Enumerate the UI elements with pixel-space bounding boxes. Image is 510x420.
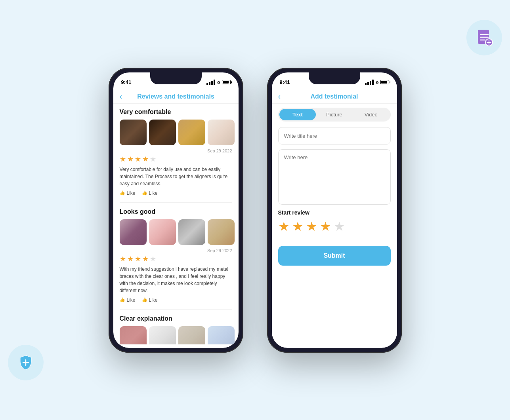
star-1-2: ★ (127, 155, 134, 163)
phone-add-testimonial: 9:41 ⌾ ‹ Add testimonial (267, 68, 402, 353)
thumbs-up-icon-2: 👍 (120, 297, 125, 302)
star-1-5: ★ (150, 155, 156, 163)
body-field-container (278, 149, 391, 205)
dislike-label-2: Like (149, 297, 158, 303)
phone1-inner: 9:41 ⌾ ‹ Reviews and test (113, 72, 239, 348)
star-2-3: ★ (135, 255, 141, 263)
divider-1 (120, 202, 232, 203)
bar2-p2 (367, 82, 369, 85)
review-item-2: Looks good Sep 29 2022 ★ ★ ★ ★ ★ (120, 208, 232, 303)
title-field-container (278, 127, 391, 144)
bar1-p2 (365, 83, 367, 85)
review-date-1: Sep 29 2022 (120, 148, 232, 153)
review-title-3: Clear explanation (120, 315, 232, 322)
divider-2 (120, 309, 232, 310)
dislike-btn-2[interactable]: 👍 Like (142, 297, 158, 303)
shield-plus-icon (17, 354, 34, 371)
review-img-3-2 (149, 326, 176, 344)
like-btn-1[interactable]: 👍 Like (120, 190, 136, 196)
review-actions-2: 👍 Like 👍 Like (120, 297, 232, 303)
bar2 (209, 82, 210, 85)
review-img-3-3 (178, 326, 205, 344)
bar4-p2 (372, 80, 374, 85)
notch2 (309, 72, 360, 84)
star-1-1: ★ (120, 155, 126, 163)
bar4 (214, 80, 215, 85)
review-img-1-4 (208, 120, 235, 145)
thumbs-up-icon-1: 👍 (120, 190, 125, 196)
header-reviews: ‹ Reviews and testimonials (113, 90, 239, 104)
review-img-3-4 (208, 326, 235, 344)
review-text-2: With my friend suggestion i have replace… (120, 266, 232, 294)
like-btn-2[interactable]: 👍 Like (120, 297, 136, 303)
battery-fill-1 (223, 81, 229, 84)
review-img-2-4 (208, 219, 235, 245)
badge-shield (8, 345, 44, 380)
tab-text[interactable]: Text (279, 109, 316, 120)
review-title-1: Very comfortable (120, 108, 232, 116)
title-input[interactable] (284, 133, 385, 139)
star-large-3[interactable]: ★ (306, 219, 317, 234)
battery-fill-2 (381, 81, 387, 84)
stars-2: ★ ★ ★ ★ ★ (120, 255, 232, 263)
review-img-2-1 (120, 219, 147, 245)
wifi-icon-2: ⌾ (376, 80, 378, 85)
reviews-content[interactable]: Very comfortable Sep 29 2022 ★ ★ ★ ★ ★ (113, 104, 239, 344)
star-1-3: ★ (135, 155, 141, 163)
badge-document (466, 20, 502, 55)
tab-video[interactable]: Video (353, 109, 390, 120)
review-title-2: Looks good (120, 208, 232, 215)
submit-button[interactable]: Submit (278, 246, 391, 266)
review-img-1-2 (149, 120, 176, 145)
battery-2 (380, 80, 389, 84)
phones-container: 9:41 ⌾ ‹ Reviews and test (109, 68, 402, 353)
star-2-5: ★ (150, 255, 156, 263)
review-item-1: Very comfortable Sep 29 2022 ★ ★ ★ ★ ★ (120, 108, 232, 196)
star-2-4: ★ (142, 255, 149, 263)
dislike-btn-1[interactable]: 👍 Like (142, 190, 158, 196)
review-img-2-3 (178, 219, 205, 245)
signal-bars-2 (365, 80, 374, 85)
review-img-3-1 (120, 326, 147, 344)
thumbs-down-icon-2: 👍 (142, 297, 147, 302)
battery-1 (222, 80, 231, 84)
back-button-1[interactable]: ‹ (120, 92, 122, 101)
tab-bar: Text Picture Video (278, 108, 391, 122)
phone-reviews: 9:41 ⌾ ‹ Reviews and test (109, 68, 243, 353)
status-icons-2: ⌾ (365, 80, 389, 85)
star-1-4: ★ (142, 155, 149, 163)
review-images-3 (120, 326, 232, 344)
star-large-1[interactable]: ★ (278, 219, 290, 234)
header-title-reviews: Reviews and testimonials (137, 93, 214, 100)
body-input[interactable] (284, 154, 385, 166)
review-actions-1: 👍 Like 👍 Like (120, 190, 232, 196)
review-img-1-3 (178, 120, 205, 145)
back-button-2[interactable]: ‹ (278, 92, 281, 101)
dislike-label-1: Like (149, 190, 158, 196)
stars-1: ★ ★ ★ ★ ★ (120, 155, 232, 163)
notch1 (150, 72, 202, 84)
header-add-testimonial: ‹ Add testimonial (272, 90, 397, 104)
star-large-5[interactable]: ★ (334, 219, 345, 234)
star-large-4[interactable]: ★ (320, 219, 331, 234)
review-images-1 (120, 120, 232, 145)
tab-picture[interactable]: Picture (316, 109, 353, 120)
like-label-1: Like (127, 190, 136, 196)
document-plus-icon (476, 28, 493, 47)
review-img-2-2 (149, 219, 176, 245)
review-date-2: Sep 29 2022 (120, 248, 232, 253)
review-images-2 (120, 219, 232, 245)
phone2-inner: 9:41 ⌾ ‹ Add testimonial (272, 72, 397, 348)
wifi-icon-1: ⌾ (217, 80, 220, 85)
star-rating-large[interactable]: ★ ★ ★ ★ ★ (278, 219, 391, 234)
star-2-2: ★ (127, 255, 134, 263)
thumbs-down-icon-1: 👍 (142, 190, 147, 196)
review-text-1: Very comfortable for daily use and can b… (120, 166, 232, 187)
like-label-2: Like (127, 297, 136, 303)
status-icons-1: ⌾ (206, 80, 231, 85)
review-item-3: Clear explanation Jun 05 2022 ★ ★ ★ ★ ★ (120, 315, 232, 344)
bar3 (211, 81, 213, 85)
header-title-add: Add testimonial (310, 93, 358, 100)
star-large-2[interactable]: ★ (292, 219, 304, 234)
time-2: 9:41 (280, 79, 290, 85)
